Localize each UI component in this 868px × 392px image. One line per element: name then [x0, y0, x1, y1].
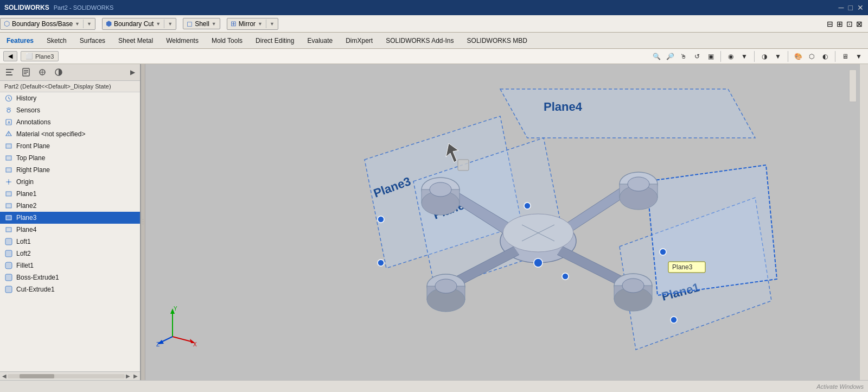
feature-manager-tab[interactable]: [2, 65, 17, 79]
tree-item-annotations[interactable]: A Annotations: [0, 116, 140, 128]
menu-features[interactable]: Features: [0, 35, 40, 47]
mirror-dropdown[interactable]: ⊞ Mirror ▼ ▼: [227, 18, 278, 30]
plane3-corner3: [524, 203, 531, 209]
right-toolbar-scroll[interactable]: [849, 69, 857, 102]
sidebar-expand-btn[interactable]: ▶: [127, 67, 138, 78]
tree-item-origin[interactable]: Origin: [0, 176, 140, 188]
display-manager-icon[interactable]: 🖥: [839, 50, 851, 62]
rotate-icon[interactable]: ↺: [691, 50, 703, 62]
minimize-btn[interactable]: ─: [839, 3, 844, 12]
zoom-fit-icon[interactable]: 🔍: [650, 50, 662, 62]
shell-dropdown[interactable]: ◻ Shell ▼: [183, 18, 220, 29]
maximize-view-btn[interactable]: ⊠: [855, 18, 864, 29]
tree-item-material[interactable]: Material <not specified>: [0, 128, 140, 140]
tree-item-top-plane[interactable]: Top Plane: [0, 152, 140, 164]
menu-mold-tools[interactable]: Mold Tools: [205, 35, 249, 47]
menu-sheet-metal[interactable]: Sheet Metal: [112, 35, 159, 47]
close-btn[interactable]: ✕: [857, 3, 864, 12]
menu-surfaces[interactable]: Surfaces: [73, 35, 112, 47]
tree-item-loft1[interactable]: Loft1: [0, 236, 140, 248]
svg-rect-4: [24, 70, 28, 71]
mirror-arrow2[interactable]: ▼: [270, 21, 275, 27]
shell-arrow[interactable]: ▼: [212, 21, 216, 27]
right-panel-bg: [860, 64, 868, 380]
back-button[interactable]: ◀: [3, 51, 17, 61]
left-sidebar: ▶ Part2 (Default<<Default>_Display State…: [0, 64, 141, 380]
menu-solidworks-addins[interactable]: SOLIDWORKS Add-Ins: [379, 35, 460, 47]
menu-direct-editing[interactable]: Direct Editing: [249, 35, 301, 47]
plane3-breadcrumb[interactable]: ⬜ Plane3: [21, 51, 59, 61]
property-manager-tab[interactable]: [18, 65, 34, 79]
zoom-area-icon[interactable]: 🔎: [664, 50, 676, 62]
plane4-visual: [500, 89, 755, 138]
separator-view3: [788, 51, 788, 62]
menu-sketch[interactable]: Sketch: [40, 35, 73, 47]
svg-rect-32: [5, 274, 12, 281]
feature-tree[interactable]: History Sensors A: [0, 92, 140, 371]
tree-item-plane4[interactable]: Plane4: [0, 224, 140, 236]
maximize-btn[interactable]: □: [848, 3, 853, 12]
config-icon: [38, 68, 47, 77]
status-text: Activate Windows: [816, 383, 864, 390]
boundary-cut-dropdown[interactable]: ⬢ Boundary Cut ▼ ▼: [102, 18, 176, 30]
tree-item-boss-extrude1[interactable]: Boss-Extrude1: [0, 271, 140, 283]
sidebar-resize-handle[interactable]: ···: [141, 64, 145, 380]
svg-rect-5: [24, 72, 28, 73]
history-icon: [4, 94, 13, 103]
lights-icon[interactable]: ◐: [819, 50, 831, 62]
boundary-cut-icon: ⬢: [106, 20, 112, 28]
tree-item-right-plane[interactable]: Right Plane: [0, 164, 140, 176]
appearances-icon[interactable]: 🎨: [792, 50, 804, 62]
tile-vert-btn[interactable]: ⊞: [835, 18, 844, 29]
boss-extrude1-label: Boss-Extrude1: [16, 274, 59, 281]
plane2-icon: [4, 201, 13, 210]
motor-top-left-inner: [430, 182, 451, 197]
title-bar: SOLIDWORKS Part2 - SOLIDWORKS ─ □ ✕: [0, 0, 868, 15]
top-plane-label: Top Plane: [16, 154, 45, 162]
motor-top-right-inner: [628, 177, 649, 191]
boundary-boss-arrow2[interactable]: ▼: [87, 21, 92, 27]
config-manager-tab[interactable]: [35, 65, 50, 79]
menu-evaluate[interactable]: Evaluate: [301, 35, 339, 47]
scenes-icon[interactable]: ⬡: [806, 50, 818, 62]
tree-item-loft2[interactable]: Loft2: [0, 248, 140, 260]
expand-sidebar-btn[interactable]: ▶: [133, 373, 138, 379]
status-bar: Activate Windows: [0, 380, 868, 392]
display-style-arrow[interactable]: ▼: [738, 50, 750, 62]
view-orient-icon[interactable]: ▣: [705, 50, 717, 62]
svg-point-24: [8, 181, 10, 183]
tree-item-plane1[interactable]: Plane1: [0, 188, 140, 200]
display-style-icon[interactable]: ◉: [725, 50, 737, 62]
menu-dimxpert[interactable]: DimXpert: [339, 35, 379, 47]
scroll-left-btn[interactable]: ◀: [2, 373, 7, 379]
tree-item-cut-extrude1[interactable]: Cut-Extrude1: [0, 283, 140, 295]
fillet1-label: Fillet1: [16, 262, 34, 269]
boundary-cut-arrow2[interactable]: ▼: [168, 21, 173, 27]
viewport[interactable]: Plane4 Plane3 Plane2 Plane1: [145, 64, 859, 380]
boundary-cut-arrow[interactable]: ▼: [156, 21, 161, 27]
tree-item-plane3[interactable]: Plane3: [0, 212, 140, 224]
plane4-icon: [4, 225, 13, 234]
menu-solidworks-mbd[interactable]: SOLIDWORKS MBD: [461, 35, 534, 47]
coordinate-axes: Y X Z: [156, 304, 200, 347]
hide-show-arrow[interactable]: ▼: [772, 50, 784, 62]
menu-weldments[interactable]: Weldments: [159, 35, 205, 47]
plane3-corner1: [378, 216, 384, 223]
tree-item-fillet1[interactable]: Fillet1: [0, 260, 140, 271]
display-manager-arrow[interactable]: ▼: [853, 50, 865, 62]
tree-item-plane2[interactable]: Plane2: [0, 200, 140, 212]
pan-icon[interactable]: 🖱: [678, 50, 690, 62]
tile-horiz-btn[interactable]: ⊟: [826, 18, 834, 29]
boundary-boss-arrow[interactable]: ▼: [75, 21, 80, 27]
boundary-boss-dropdown[interactable]: ⬡ Boundary Boss/Base ▼ ▼: [0, 18, 95, 30]
mirror-arrow[interactable]: ▼: [258, 21, 263, 27]
restore-btn[interactable]: ⊡: [845, 18, 854, 29]
sidebar-scroll[interactable]: ◀ ▶ ▶: [0, 371, 140, 380]
display-manager-tab[interactable]: [51, 65, 66, 79]
tree-item-sensors[interactable]: Sensors: [0, 104, 140, 116]
tree-item-front-plane[interactable]: Front Plane: [0, 140, 140, 152]
svg-rect-19: [6, 144, 11, 148]
hide-show-icon[interactable]: ◑: [758, 50, 770, 62]
tree-item-history[interactable]: History: [0, 92, 140, 104]
scroll-right-btn[interactable]: ▶: [126, 373, 130, 379]
